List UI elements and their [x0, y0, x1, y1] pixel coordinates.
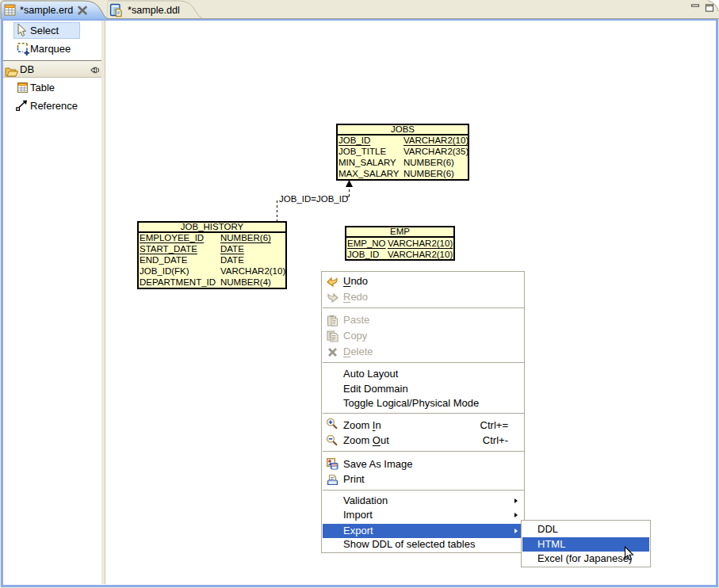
- svg-text:JOB_ID=JOB_ID: JOB_ID=JOB_ID: [279, 194, 348, 204]
- svg-text:*sample.ddl: *sample.ddl: [128, 5, 180, 16]
- svg-text:*sample.erd: *sample.erd: [20, 5, 73, 16]
